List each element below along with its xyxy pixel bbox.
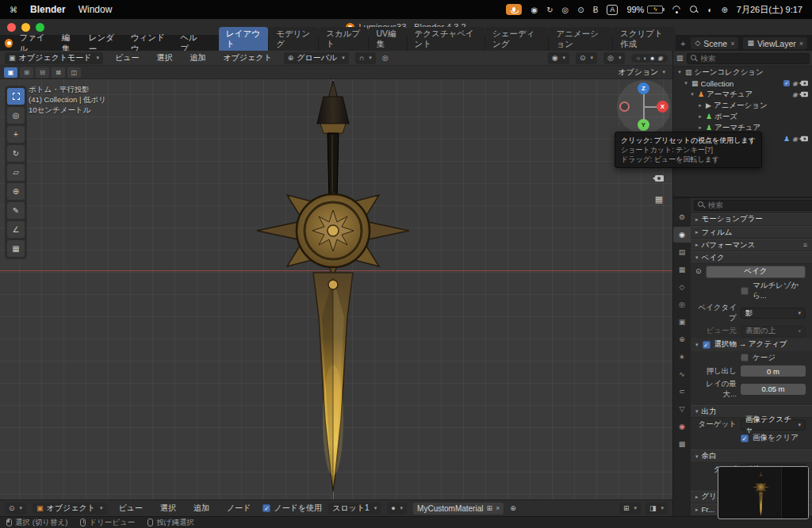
- video-status-icon[interactable]: ◉: [530, 6, 538, 14]
- tab-physics[interactable]: ∿: [673, 366, 691, 382]
- close-window-button[interactable]: [7, 23, 16, 32]
- expand-caret-icon[interactable]: ▾: [689, 91, 695, 98]
- tab-modifiers[interactable]: ⊕: [673, 331, 691, 347]
- selected-to-active-subpanel[interactable]: 選択物 → アクティブ: [691, 339, 812, 351]
- scene-selector[interactable]: ◇ Scene ×: [691, 37, 738, 49]
- selected-to-active-checkbox[interactable]: [703, 341, 710, 349]
- workspace-tab-sculpting[interactable]: スカルプト: [319, 27, 368, 51]
- hide-eye-icon[interactable]: ◉: [792, 80, 798, 87]
- shader-menu-add[interactable]: 追加: [188, 502, 215, 515]
- tab-render[interactable]: ◉: [673, 227, 691, 243]
- rotate-tool[interactable]: ↻: [7, 145, 25, 162]
- gizmos-dropdown[interactable]: ⊙: [576, 52, 597, 64]
- tab-object[interactable]: ▣: [673, 314, 691, 330]
- editor-type-dropdown[interactable]: ⊙: [5, 503, 26, 515]
- presets-icon[interactable]: ≡: [803, 241, 807, 249]
- chat-status-icon[interactable]: ◎: [562, 6, 569, 14]
- blender-menu-icon[interactable]: [5, 39, 13, 48]
- workspace-tab-layout[interactable]: レイアウト: [219, 27, 268, 51]
- gizmo-x-axis[interactable]: X: [657, 101, 668, 113]
- hide-eye-icon[interactable]: ◉: [792, 136, 798, 143]
- expand-caret-icon[interactable]: ▸: [697, 124, 703, 131]
- select-mode-invert-icon[interactable]: ⊠: [52, 67, 65, 78]
- game-status-icon[interactable]: ⊙: [577, 6, 584, 14]
- sword-model[interactable]: [238, 79, 428, 495]
- panel-motion-blur[interactable]: モーションブラー: [691, 213, 812, 226]
- browse-material-dropdown[interactable]: ●: [387, 503, 407, 515]
- outliner-row-animation[interactable]: ▸ ▶ アニメーション: [673, 100, 812, 111]
- disable-render-camera-icon[interactable]: [801, 136, 808, 141]
- material-name-field[interactable]: MyCustomMaterial ⊞ ×: [413, 503, 504, 515]
- outliner-label[interactable]: アーマチュア: [707, 90, 753, 100]
- snapping-dropdown[interactable]: ⊞: [619, 503, 641, 515]
- hide-eye-icon[interactable]: ◉: [792, 91, 798, 98]
- outliner-search-input[interactable]: [701, 54, 806, 63]
- use-nodes-checkbox[interactable]: [262, 504, 270, 512]
- expand-caret-icon[interactable]: ▾: [683, 80, 689, 86]
- tab-object-data[interactable]: ▽: [673, 401, 691, 417]
- outliner-row-armature-object[interactable]: ▾ ♟ アーマチュア ◉: [673, 89, 812, 100]
- solid-shading-icon[interactable]: ◐: [643, 55, 647, 62]
- bake-button[interactable]: ベイク: [706, 266, 806, 278]
- tab-world[interactable]: ◎: [673, 297, 691, 312]
- pin-icon[interactable]: ⊕: [510, 505, 516, 512]
- input-source-icon[interactable]: A: [607, 5, 618, 15]
- workspace-tab-animation[interactable]: アニメーション: [549, 27, 612, 51]
- outliner-search[interactable]: [687, 53, 810, 64]
- outliner-label[interactable]: ポーズ: [714, 112, 737, 122]
- tab-output[interactable]: ▤: [673, 244, 691, 260]
- menubar-app-name[interactable]: Blender: [30, 4, 66, 15]
- shader-object-type-dropdown[interactable]: ▣ オブジェクト: [33, 503, 106, 515]
- viewport-menu-view[interactable]: ビュー: [109, 52, 144, 64]
- clear-image-checkbox[interactable]: [741, 434, 749, 442]
- copy-material-icon[interactable]: ⊞: [486, 505, 492, 512]
- max-ray-field[interactable]: 0.05 m: [741, 384, 806, 395]
- viewport-menu-select[interactable]: 選択: [151, 52, 178, 64]
- tab-scene[interactable]: ◇: [673, 279, 691, 295]
- battery-indicator[interactable]: 99% ϟ: [626, 5, 663, 14]
- apple-menu-icon[interactable]: ⌘: [10, 6, 17, 14]
- measure-tool[interactable]: ∠: [7, 221, 25, 238]
- panel-performance[interactable]: パフォーマンス≡: [691, 239, 812, 251]
- overlays-dropdown[interactable]: ◎: [603, 52, 625, 64]
- outliner-row-collection[interactable]: ▾ ▦ Collection ◉: [673, 78, 812, 89]
- select-box-tool[interactable]: [7, 88, 25, 105]
- select-mode-subtract-icon[interactable]: ⊟: [36, 67, 49, 78]
- unlink-view-layer-icon[interactable]: ×: [799, 40, 803, 48]
- use-nodes-toggle[interactable]: ノードを使用: [262, 503, 322, 514]
- properties-search[interactable]: [694, 200, 812, 211]
- workspace-tab-uv[interactable]: UV編集: [369, 27, 406, 51]
- shader-menu-view[interactable]: ビュー: [113, 502, 148, 515]
- shader-overlays-dropdown[interactable]: ◨: [645, 503, 668, 515]
- disable-render-camera-icon[interactable]: [801, 92, 808, 97]
- tab-constraints[interactable]: ⊂: [673, 384, 691, 400]
- tab-tool[interactable]: ⚙: [673, 209, 691, 225]
- navigation-gizmo[interactable]: Z X Y: [617, 80, 671, 134]
- material-slot-dropdown[interactable]: スロット1: [328, 503, 381, 515]
- camera-view-button[interactable]: [652, 171, 666, 186]
- panel-bake[interactable]: ベイク: [691, 251, 812, 264]
- target-dropdown[interactable]: 画像テクスチャ: [741, 419, 806, 430]
- outliner-row-pose[interactable]: ▸ ♟ ポーズ: [673, 111, 812, 122]
- outliner-editor-icon[interactable]: ▥: [676, 55, 684, 62]
- unlink-scene-icon[interactable]: ×: [730, 40, 734, 48]
- view-from-dropdown[interactable]: 表面の上: [741, 326, 806, 337]
- visibility-dropdown[interactable]: ◉: [548, 52, 569, 64]
- options-dropdown[interactable]: オプション: [618, 67, 665, 78]
- outliner-label[interactable]: アニメーション: [714, 101, 768, 111]
- mode-dropdown[interactable]: ▣ オブジェクトモード: [5, 52, 103, 64]
- rendered-shading-icon[interactable]: ◉: [657, 55, 663, 62]
- select-mode-extend-icon[interactable]: ⊞: [20, 67, 33, 78]
- multires-checkbox[interactable]: [741, 287, 749, 295]
- tab-view-layer[interactable]: ▦: [673, 262, 691, 277]
- disable-render-camera-icon[interactable]: [801, 81, 808, 86]
- bluetooth-icon[interactable]: Ƀ: [593, 6, 599, 14]
- transform-orientation-dropdown[interactable]: ⊕ グローバル: [284, 52, 349, 64]
- wireframe-shading-icon[interactable]: ○: [636, 55, 640, 62]
- recording-mic-icon[interactable]: [506, 4, 522, 15]
- gizmo-neg-x-axis[interactable]: [619, 101, 630, 112]
- render-preview-window[interactable]: [718, 466, 809, 519]
- toggle-grid-button[interactable]: ▦: [652, 192, 666, 206]
- bake-type-dropdown[interactable]: 影: [741, 308, 806, 319]
- collection-checkbox[interactable]: [783, 80, 790, 86]
